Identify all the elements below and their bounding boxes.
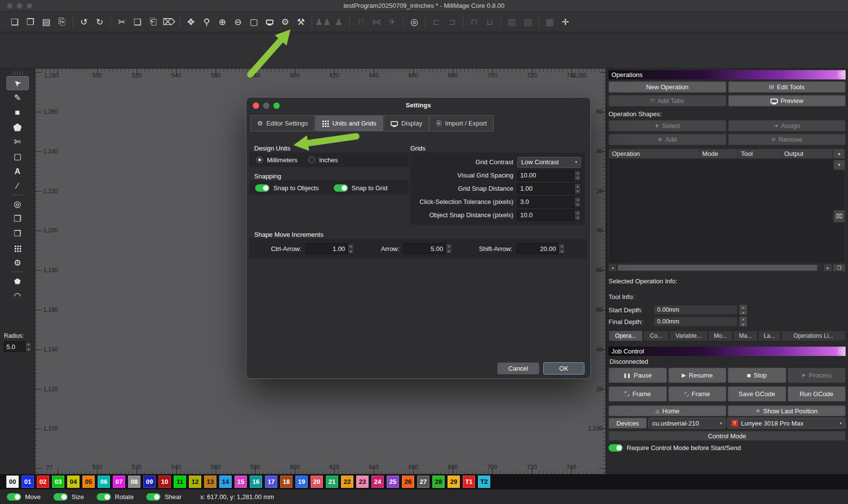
delete-icon[interactable]: ⌦ [161, 15, 177, 29]
stop-button[interactable]: ■Stop [728, 368, 786, 383]
palette-swatch-T1[interactable]: T1 [463, 476, 475, 488]
palette-swatch-00[interactable]: 00 [6, 476, 19, 488]
tab-editor-settings[interactable]: ⚙Editor Settings [250, 115, 315, 131]
status-toggle-move[interactable]: Move [7, 493, 41, 501]
add-tabs-button[interactable]: ⊓Add Tabs [609, 95, 726, 106]
duplicate-tool[interactable]: ❐ [6, 212, 29, 226]
flip-horizontal-icon[interactable]: ⋈ [369, 15, 384, 29]
grid-array-icon[interactable]: ▦ [542, 15, 557, 29]
column-operation[interactable]: Operation [609, 149, 699, 158]
edit-nodes-tool[interactable]: ▢ [6, 150, 29, 164]
shift-arrow-input[interactable]: 20.00▴▾ [516, 243, 565, 254]
scrollbar-thumb[interactable] [618, 265, 817, 271]
assign-shapes-button[interactable]: ➜Assign [728, 120, 846, 131]
new-file-icon[interactable]: ❏ [7, 15, 23, 29]
spinner[interactable]: ▴▾ [574, 197, 581, 207]
scroll-left-icon[interactable]: ◂ [609, 264, 616, 271]
ops-tab-0[interactable]: Opera... [609, 330, 643, 341]
palette-swatch-18[interactable]: 18 [280, 476, 292, 488]
column-mode[interactable]: Mode [699, 149, 738, 158]
visual-grid-spacing-input[interactable]: 10.00▴▾ [517, 170, 581, 181]
radius-spinner[interactable]: ▴▾ [25, 342, 31, 352]
align-top-icon[interactable]: ⊓ [466, 15, 482, 29]
undo-icon[interactable]: ↺ [76, 15, 92, 29]
pause-button[interactable]: ❚❚Pause [609, 368, 667, 383]
final-depth-field[interactable]: 0.00mm [654, 317, 738, 327]
column-tool[interactable]: Tool [738, 149, 781, 158]
open-file-icon[interactable]: ❐ [23, 15, 38, 29]
align-bottom-icon[interactable]: ⊔ [482, 15, 498, 29]
palette-swatch-04[interactable]: 04 [67, 476, 80, 488]
toolbar-grip-handle[interactable] [11, 71, 24, 75]
frame-round-button[interactable]: ◜◞Frame [668, 386, 727, 402]
status-toggle-size[interactable]: Size [53, 493, 84, 501]
palette-swatch-13[interactable]: 13 [204, 476, 216, 488]
arrow-input[interactable]: 5.00▴▾ [403, 243, 452, 254]
palette-swatch-01[interactable]: 01 [22, 476, 34, 488]
palette-swatch-17[interactable]: 17 [265, 476, 277, 488]
palette-swatch-24[interactable]: 24 [371, 476, 384, 488]
inches-radio[interactable] [308, 156, 315, 163]
mirror-horizontal-icon[interactable]: ⚐ [353, 15, 369, 29]
copy-icon[interactable]: ❑ [130, 15, 145, 29]
preview-button[interactable]: Preview [728, 95, 846, 106]
zoom-in-icon[interactable]: ⊕ [214, 15, 230, 29]
palette-swatch-15[interactable]: 15 [235, 476, 247, 488]
select-shapes-button[interactable]: ➤Select [609, 120, 726, 131]
group-icon[interactable]: ♟♟ [315, 15, 331, 29]
grid-snap-distance-input[interactable]: 1.00▴▾ [517, 183, 581, 194]
ops-tab-2[interactable]: Variable... [669, 330, 708, 341]
gear-shape-tool[interactable]: ⚙ [6, 256, 29, 270]
grid-contrast-select[interactable]: Low Contrast▾ [517, 157, 581, 168]
palette-swatch-20[interactable]: 20 [311, 476, 323, 488]
frame-selection-icon[interactable]: ▢ [246, 15, 262, 29]
layers-icon[interactable]: ❐ [833, 264, 846, 272]
save-gcode-button[interactable]: Save GCode [728, 386, 786, 402]
tab-units-and-grids[interactable]: Units and Grids [315, 115, 383, 131]
spinner[interactable]: ▴▾ [446, 244, 452, 253]
palette-swatch-29[interactable]: 29 [448, 476, 460, 488]
palette-swatch-23[interactable]: 23 [356, 476, 369, 488]
home-button[interactable]: ⌂Home [609, 405, 726, 416]
devices-button[interactable]: Devices [609, 418, 647, 428]
spinner[interactable]: ▴▾ [558, 244, 565, 253]
ops-tab-1[interactable]: Co... [643, 330, 669, 341]
palette-swatch-25[interactable]: 25 [387, 476, 399, 488]
grid-array-tool[interactable] [6, 241, 29, 255]
palette-swatch-12[interactable]: 12 [189, 476, 201, 488]
device-port-select[interactable]: cu.usbserial-210▾ [648, 418, 726, 428]
distribute-horizontal-icon[interactable]: ▥ [504, 15, 520, 29]
spinner[interactable]: ▴▾ [574, 184, 581, 194]
start-depth-field[interactable]: 0.00mm [654, 305, 738, 315]
distribute-vertical-icon[interactable]: ▤ [520, 15, 535, 29]
palette-swatch-22[interactable]: 22 [341, 476, 353, 488]
radius-input[interactable]: 5.0 ▴▾ [3, 341, 32, 352]
zoom-out-icon[interactable]: ⊖ [230, 15, 246, 29]
palette-swatch-26[interactable]: 26 [402, 476, 414, 488]
operation-move-up-button[interactable]: ▲ [833, 149, 845, 159]
position-crosshair-icon[interactable]: ✛ [557, 15, 573, 29]
rectangle-tool[interactable]: ■ [6, 105, 29, 120]
final-depth-spinner[interactable]: ▴▾ [740, 317, 747, 327]
fillet-tool[interactable]: ◠ [6, 289, 29, 303]
machine-tools-wrench-icon[interactable]: ⚒ [293, 15, 309, 29]
frame-rect-button[interactable]: ⌜⌟Frame [609, 386, 667, 402]
palette-swatch-05[interactable]: 05 [82, 476, 95, 488]
save-icon[interactable]: ▤ [38, 15, 54, 29]
ops-tab-5[interactable]: La... [758, 330, 781, 341]
minimize-icon[interactable] [263, 102, 269, 109]
operations-list[interactable] [609, 159, 846, 263]
ungroup-icon[interactable]: ♟ [331, 15, 346, 29]
align-left-icon[interactable]: ⊏ [428, 15, 444, 29]
palette-swatch-T2[interactable]: T2 [478, 476, 490, 488]
tab-import-export[interactable]: ⎘Import / Export [429, 115, 494, 131]
delete-operation-button[interactable]: ⌧ [833, 210, 845, 223]
palette-swatch-07[interactable]: 07 [113, 476, 125, 488]
tab-display[interactable]: Display [384, 115, 429, 131]
palette-swatch-09[interactable]: 09 [143, 476, 156, 488]
snap-to-grid-toggle[interactable] [334, 184, 348, 192]
require-control-mode-toggle[interactable] [609, 444, 623, 452]
select-tool[interactable]: ➤ [6, 76, 29, 90]
spinner[interactable]: ▴▾ [574, 210, 581, 220]
remove-shapes-button[interactable]: ⊖Remove [728, 134, 846, 145]
